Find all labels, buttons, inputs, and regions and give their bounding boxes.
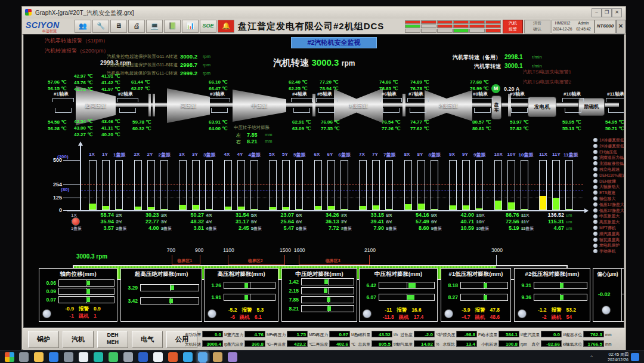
- taskbar-app-icon-6[interactable]: [109, 352, 118, 362]
- vib-bar-frame-5Y: [282, 160, 290, 210]
- taskbar-app-icon-10[interactable]: [168, 352, 178, 362]
- vib-bar-fill-3盖振: [206, 209, 212, 210]
- notification-icon[interactable]: [631, 353, 639, 361]
- gauge-value-1: 8.27: [442, 294, 458, 300]
- display-icon[interactable]: 💻: [146, 20, 163, 33]
- vib-bar-label-9X: 9X: [449, 152, 455, 157]
- taskbar-app-icon-5[interactable]: [94, 352, 103, 362]
- bearing-6-temp-bottom-0: 76.54 ℃: [382, 119, 400, 125]
- gauge-bar-1[interactable]: [224, 294, 275, 301]
- minimize-button[interactable]: –: [592, 8, 602, 17]
- vib-bar-label-11X: 11X: [539, 152, 547, 157]
- gauge-bar-0[interactable]: [224, 282, 275, 289]
- gauge-bar-1[interactable]: [301, 287, 354, 294]
- alarm-bell-icon[interactable]: 🔔: [218, 20, 234, 33]
- start-button-icon[interactable]: [5, 352, 14, 362]
- turbine-alarm-button[interactable]: 汽机报警: [503, 20, 523, 33]
- gauge-bar-0[interactable]: [379, 282, 435, 289]
- vib-value-name-7Y: 7Y: [341, 219, 347, 224]
- vib-bar-label-4Y: 4Y: [237, 152, 243, 157]
- bearing-4-temp-top-0: 62.40 ℃: [289, 79, 307, 85]
- alarm-indicator-icon: [593, 249, 597, 253]
- taskbar-app-icon-1[interactable]: [34, 352, 44, 362]
- bearing-bracket-8: [472, 98, 493, 102]
- statusbar-tab-DEH-MEH[interactable]: DEHMEH: [97, 331, 128, 348]
- taskbar-app-icon-8[interactable]: [138, 352, 148, 362]
- vib-ytick-line-254: [63, 184, 80, 185]
- alarm-ack-button[interactable]: 消音确认: [524, 20, 550, 33]
- gauge-bar-3[interactable]: [301, 305, 354, 312]
- vib-bar-label-3X: 3X: [179, 152, 185, 157]
- users-icon[interactable]: 👥: [75, 20, 91, 33]
- taskbar-app-icon-13[interactable]: [213, 352, 222, 362]
- gauge-bar-0[interactable]: [301, 278, 354, 285]
- trip-lo: -6: [230, 314, 235, 320]
- taskbar-app-icon-12[interactable]: [198, 352, 208, 362]
- tray-chevron-icon[interactable]: ^: [590, 354, 593, 359]
- alarm-grid-cell-2-5: [485, 29, 501, 32]
- gauge-bar-0[interactable]: [460, 282, 508, 289]
- vib-bar-label-1X: 1X: [89, 152, 95, 157]
- taskbar-app-icon-4[interactable]: [79, 352, 88, 362]
- taskbar-app-icon-11[interactable]: [183, 352, 193, 362]
- uhp-temp-top-2: 43.76 ℃: [74, 79, 92, 86]
- gauge-bar-0[interactable]: [58, 279, 114, 287]
- vib-bar-frame-11盖振: [565, 160, 573, 210]
- statusbar-tab-汽机[interactable]: 汽机: [63, 331, 94, 348]
- bearing-8-temp-top-1: 76.99 ℃: [470, 85, 488, 92]
- gauge-center-mark: [407, 282, 407, 288]
- soe-icon[interactable]: SOE: [200, 20, 216, 33]
- alarm-lo: -3.9: [462, 307, 470, 313]
- gauge-bar-1[interactable]: [379, 294, 435, 301]
- vib-bar-fill-9Y: [463, 205, 469, 210]
- gauge-bar-2[interactable]: [58, 296, 114, 303]
- taskbar-app-icon-2[interactable]: [49, 352, 58, 362]
- gauge-bar-1[interactable]: [534, 294, 587, 301]
- vib-bar-frame-7Y: [372, 160, 380, 210]
- trend-icon[interactable]: 📊: [182, 20, 199, 33]
- panel-indicator: [602, 306, 611, 315]
- statusbar-tab-锅炉[interactable]: 锅炉: [28, 331, 59, 348]
- toolbar-close-icon[interactable]: ✕: [616, 20, 626, 33]
- bearing-bracket-11: [606, 98, 624, 102]
- eccentricity-value: -0.02: [598, 291, 611, 297]
- vib-ytick-line-0: [63, 210, 80, 211]
- vib-value-7盖振: 7.90: [358, 225, 384, 231]
- restore-button[interactable]: ❐: [602, 8, 612, 17]
- trip-lo: -1: [69, 313, 74, 319]
- panel-title: 轴向位移(mm): [39, 270, 117, 278]
- panel-高压相对膨胀(mm): 高压相对膨胀(mm)1.261.91-5.2报警5.3-6跳机6.1: [204, 268, 278, 322]
- gauge-bar-0[interactable]: [140, 284, 199, 291]
- statusbar-tab-电气[interactable]: 电气: [132, 331, 163, 348]
- metric-value-有功功率: 0.0: [202, 331, 223, 337]
- vib-value-5盖振: 5.47: [268, 225, 294, 231]
- main-speed-readout: 汽机转速 3000.3 rpm: [273, 57, 355, 69]
- alarm-item-label: 手动停机: [599, 249, 615, 253]
- gauge-bar-1[interactable]: [58, 288, 114, 295]
- taskbar-app-icon-3[interactable]: [64, 352, 73, 362]
- vib-bar-fill-8Y: [418, 204, 425, 210]
- trip-label: 跳机: [475, 314, 485, 320]
- tab-line: DEH: [107, 332, 118, 338]
- bearing-label-9: #9轴承: [510, 91, 525, 97]
- taskbar-app-icon-9[interactable]: [153, 352, 163, 362]
- gauge-bar-1[interactable]: [140, 297, 199, 304]
- alarm-grid-cell-0-5: [485, 20, 501, 24]
- zero-speed-alarm-label: 汽机零转速报警（≤1rpm）: [45, 37, 108, 45]
- vib-bar-fill-11盖振: [566, 209, 572, 210]
- gauge-bar-0[interactable]: [534, 282, 587, 289]
- taskbar-app-icon-14[interactable]: [228, 352, 237, 362]
- metric-value-一再压力: 1.75: [287, 331, 308, 337]
- taskbar-app-icon-0[interactable]: [19, 352, 29, 362]
- taskbar-app-icon-7[interactable]: [123, 352, 133, 362]
- close-button[interactable]: ✕: [612, 8, 622, 17]
- gauge-bar-2[interactable]: [301, 296, 354, 303]
- taskbar-clock[interactable]: 02:45 周四 2024/12/26: [608, 352, 628, 362]
- tools-icon[interactable]: 🔧: [92, 20, 109, 33]
- book-icon[interactable]: 📗: [164, 20, 181, 33]
- printer-icon[interactable]: 🖨: [128, 20, 145, 33]
- vib-value-3Y: 48.32: [178, 219, 204, 224]
- gauge-bar-1[interactable]: [460, 294, 508, 301]
- bearing-2-temp-top-0: 61.44 ℃: [131, 79, 150, 85]
- monitor-icon[interactable]: 🖥: [110, 20, 127, 33]
